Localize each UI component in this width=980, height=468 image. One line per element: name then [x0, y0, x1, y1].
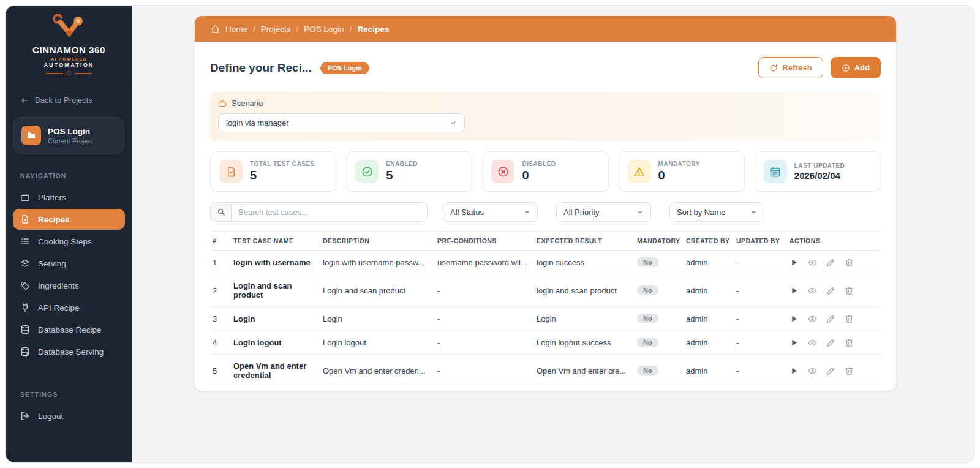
stat-card-enabled: ENABLED 5 [346, 151, 472, 192]
test-case-description: Login logout [320, 331, 435, 355]
project-status: Current Project [48, 137, 93, 145]
back-to-projects-link[interactable]: Back to Projects [6, 83, 132, 113]
status-filter-select[interactable]: All Status [443, 202, 538, 222]
breadcrumb-projects[interactable]: Projects [261, 25, 291, 34]
logout-icon [20, 411, 30, 421]
test-case-preconditions: - [435, 307, 534, 331]
delete-icon[interactable] [845, 338, 854, 347]
col-description: DESCRIPTION [320, 232, 435, 251]
col-updated-by: UPDATED BY [734, 232, 787, 251]
chevron-down-icon [636, 208, 644, 216]
search-input[interactable] [231, 202, 428, 222]
breadcrumb-pos-login[interactable]: POS Login [304, 25, 344, 34]
run-icon[interactable] [790, 338, 799, 347]
current-project-card[interactable]: POS Login Current Project [13, 117, 124, 154]
col-mandatory: MANDATORY [635, 232, 684, 251]
row-number: 1 [210, 251, 231, 274]
scenario-selected-value: login via manager [226, 118, 289, 127]
col-created-by: CREATED BY [684, 232, 734, 251]
delete-icon[interactable] [845, 314, 854, 323]
edit-icon[interactable] [826, 258, 835, 267]
test-case-name: Login logout [231, 331, 320, 355]
edit-icon[interactable] [826, 338, 835, 347]
run-icon[interactable] [790, 286, 799, 295]
test-case-expected-result: Login [534, 307, 635, 331]
test-case-expected-result: login and scan product [534, 274, 635, 307]
test-case-description: Login and scan product [320, 274, 435, 307]
created-by: admin [684, 274, 734, 307]
sidebar-item-ingredients[interactable]: Ingredients [13, 275, 125, 296]
sort-select[interactable]: Sort by Name [669, 202, 764, 222]
sidebar-item-api-recipe[interactable]: API Recipe [13, 297, 125, 318]
test-case-description: Open Vm and enter creden... [320, 355, 435, 387]
navigation-section-label: NAVIGATION [6, 154, 132, 186]
database-icon [20, 325, 30, 334]
refresh-button[interactable]: Refresh [758, 57, 823, 78]
database-check-icon [20, 347, 30, 357]
edit-icon[interactable] [826, 366, 835, 376]
delete-icon[interactable] [845, 366, 854, 376]
sidebar-item-serving[interactable]: Serving [13, 253, 125, 274]
app-window: CINNAMON 360 AI POWERED AUTOMATION Back … [5, 5, 975, 463]
view-icon[interactable] [808, 286, 817, 295]
col-actions: ACTIONS [787, 232, 881, 251]
x-circle-icon [491, 160, 514, 183]
test-case-table-body: 1 login with username login with usernam… [210, 251, 881, 387]
brand-title: CINNAMON 360 [6, 45, 132, 55]
test-case-preconditions: - [435, 274, 534, 307]
updated-by: - [734, 251, 787, 274]
sidebar-item-database-serving[interactable]: Database Serving [13, 341, 125, 362]
mandatory-badge: No [637, 257, 658, 267]
view-icon[interactable] [808, 314, 817, 323]
sidebar-item-platters[interactable]: Platters [13, 187, 125, 208]
arrow-left-icon [20, 96, 29, 105]
breadcrumb: Home / Projects / POS Login / Recipes [195, 16, 896, 42]
run-icon[interactable] [790, 314, 799, 323]
sidebar-item-recipes[interactable]: Recipes [13, 209, 125, 230]
stat-card-last-updated: LAST UPDATED 2026/02/04 [755, 151, 881, 192]
table-row: 1 login with username login with usernam… [210, 251, 881, 274]
sidebar: CINNAMON 360 AI POWERED AUTOMATION Back … [6, 6, 132, 462]
priority-filter-select[interactable]: All Priority [556, 202, 651, 222]
warning-triangle-icon [628, 160, 651, 183]
test-case-preconditions: - [435, 331, 534, 355]
scenario-panel: Scenario login via manager [210, 92, 881, 141]
edit-icon[interactable] [826, 314, 835, 323]
refresh-icon [769, 64, 778, 72]
sidebar-item-cooking-steps[interactable]: Cooking Steps [13, 231, 125, 252]
settings-section-label: SETTINGS [6, 372, 132, 404]
table-row: 3 Login Login - Login No admin - [210, 307, 881, 331]
delete-icon[interactable] [845, 286, 854, 295]
add-button[interactable]: Add [831, 57, 881, 78]
row-number: 4 [210, 331, 231, 355]
table-row: 5 Open Vm and enter credential Open Vm a… [210, 355, 881, 387]
delete-icon[interactable] [845, 258, 854, 267]
view-icon[interactable] [808, 258, 817, 267]
edit-icon[interactable] [826, 286, 835, 295]
gear-icon [67, 71, 71, 75]
list-icon [20, 236, 30, 246]
test-case-name: Open Vm and enter credential [231, 355, 320, 387]
test-case-expected-result: Login logout success [534, 331, 635, 355]
updated-by: - [734, 331, 787, 355]
run-icon[interactable] [790, 366, 799, 376]
table-header-row: # TEST CASE NAME DESCRIPTION PRE-CONDITI… [210, 232, 881, 251]
breadcrumb-home[interactable]: Home [225, 25, 247, 34]
test-case-name: Login [231, 307, 320, 331]
col-num: # [210, 232, 231, 251]
scenario-select[interactable]: login via manager [218, 113, 465, 132]
run-icon[interactable] [790, 258, 799, 267]
file-check-icon [219, 160, 243, 183]
search-icon [210, 202, 231, 222]
mandatory-badge: No [637, 285, 658, 295]
folder-icon [21, 126, 41, 145]
view-icon[interactable] [808, 366, 817, 376]
view-icon[interactable] [808, 338, 817, 347]
sidebar-item-database-recipe[interactable]: Database Recipe [13, 319, 125, 340]
updated-by: - [734, 274, 787, 307]
briefcase-icon [218, 99, 227, 108]
logout-button[interactable]: Logout [13, 406, 125, 426]
row-number: 3 [210, 307, 231, 331]
chevron-down-icon [523, 208, 530, 216]
test-case-expected-result: Open Vm and enter cre... [534, 355, 635, 387]
